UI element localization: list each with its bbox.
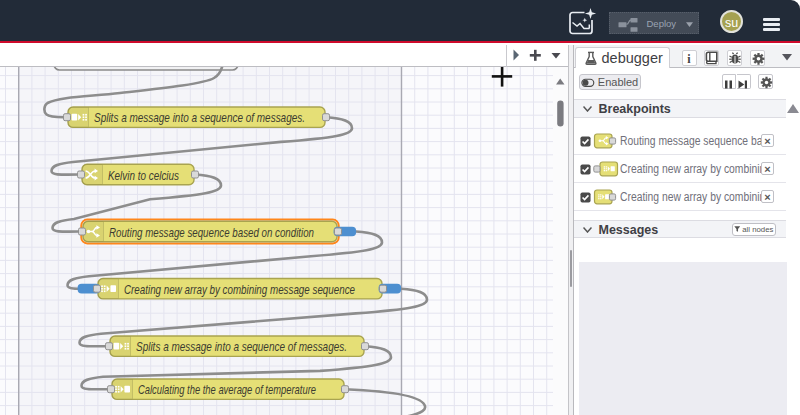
svg-text:Splits a message into a sequen: Splits a message into a sequence of mess… [136,339,347,354]
svg-text:Routing message sequence based: Routing message sequence based on condit… [109,225,314,240]
svg-text:Splits a message into a sequen: Splits a message into a sequence of mess… [94,110,305,125]
svg-text:Calculating the the average of: Calculating the the average of temperatu… [138,382,316,397]
svg-text:Kelvin to celcius: Kelvin to celcius [108,168,179,183]
svg-text:Creating new array by combinin: Creating new array by combining message … [124,282,355,297]
